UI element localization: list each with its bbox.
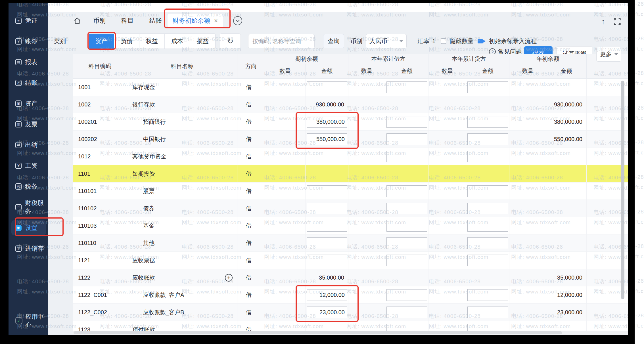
tab-币别[interactable]: 币别 — [93, 16, 106, 25]
year-begin-amount-value: 380,000.00 — [546, 119, 586, 125]
ytd-credit-amount-input[interactable] — [467, 289, 508, 301]
opening-amount-input[interactable] — [307, 185, 347, 197]
cell-name: 应收票据 — [127, 252, 237, 269]
sidebar-item-service[interactable]: ♡财税服务 — [9, 197, 48, 217]
opening-amount-input[interactable] — [307, 151, 347, 162]
query-button[interactable]: 查询 — [323, 34, 344, 48]
refresh-icon: ↻ — [227, 37, 234, 46]
ytd-debit-amount-input[interactable] — [386, 307, 427, 318]
divider — [609, 18, 609, 25]
app-center-label: 应用中心 — [26, 313, 48, 329]
cell-amount — [385, 269, 428, 286]
opening-amount-input[interactable] — [307, 237, 347, 249]
ytd-credit-amount-input[interactable] — [467, 133, 508, 145]
sidebar-item-settings[interactable]: 设置 — [9, 217, 48, 238]
sidebar-item-payroll[interactable]: ¥工资 — [9, 155, 48, 176]
ytd-credit-amount-input[interactable] — [467, 81, 508, 93]
cell-amount — [385, 79, 428, 96]
ytd-debit-amount-input[interactable] — [386, 116, 427, 128]
scroll-top-icon[interactable]: ↑ — [601, 18, 605, 26]
cell-name: 应收账款_客户A — [127, 286, 237, 303]
more-button[interactable]: 更多 — [596, 47, 621, 62]
search-input[interactable] — [248, 34, 315, 48]
ytd-debit-amount-input[interactable] — [386, 151, 427, 162]
cell-amount — [546, 79, 587, 96]
fullscreen-icon[interactable] — [613, 18, 621, 26]
sidebar-item-report[interactable]: ▤报表 — [9, 52, 48, 72]
home-icon[interactable] — [73, 17, 81, 25]
cell-code: 110110 — [73, 234, 127, 251]
sidebar-item-inventory[interactable]: ◫进销存 — [9, 238, 48, 259]
refresh-button[interactable]: ↻ — [220, 33, 241, 49]
cell-direction: 借 — [237, 131, 265, 148]
segment-资产[interactable]: 资产 — [89, 34, 114, 49]
ytd-credit-amount-input[interactable] — [467, 203, 508, 214]
cell-name: 中国银行 — [127, 131, 237, 148]
horizontal-scrollbar-thumb[interactable] — [74, 331, 562, 334]
opening-amount-input[interactable]: 23,000.00 — [307, 307, 347, 318]
tab-list-chevron-icon[interactable] — [233, 16, 242, 25]
opening-amount-input[interactable]: 12,000.00 — [307, 289, 347, 301]
tab-active[interactable]: 财务初始余额 × — [168, 14, 223, 28]
cell-amount — [306, 234, 348, 251]
ytd-debit-amount-input[interactable] — [386, 237, 427, 249]
sidebar-item-voucher[interactable]: ≡凭证 — [9, 10, 48, 31]
cell-amount: 35,000.00 — [306, 269, 348, 286]
cell-code: 1101 — [73, 165, 127, 182]
cell-amount — [466, 183, 509, 200]
cell-code: 1002 — [73, 96, 127, 113]
ytd-debit-amount-input[interactable] — [386, 203, 427, 214]
opening-amount-input[interactable] — [307, 255, 347, 266]
opening-amount-input[interactable] — [307, 220, 347, 232]
add-detail-icon[interactable]: + — [225, 274, 233, 282]
sidebar-item-invoice[interactable]: ▥发票 — [9, 114, 48, 135]
currency-select[interactable]: 人民币 — [366, 34, 407, 48]
cell-direction: 借 — [237, 304, 265, 321]
cell-amount: 380,000.00 — [306, 113, 348, 130]
ytd-credit-amount-input[interactable] — [467, 220, 508, 232]
ytd-credit-amount-input[interactable] — [467, 307, 508, 318]
ytd-debit-amount-input[interactable] — [386, 289, 427, 301]
segment-权益[interactable]: 权益 — [139, 34, 165, 49]
cell-qty — [265, 286, 306, 303]
video-icon[interactable] — [478, 39, 483, 43]
ytd-credit-amount-input[interactable] — [467, 237, 508, 249]
ytd-credit-amount-input[interactable] — [467, 116, 508, 128]
segment-成本[interactable]: 成本 — [165, 34, 190, 49]
flow-guide-link[interactable]: 初始余额录入流程 — [489, 33, 537, 49]
opening-amount-input[interactable]: 550,000.00 — [307, 133, 347, 145]
year-begin-amount-value: 23,000.00 — [546, 309, 586, 316]
ytd-debit-amount-input[interactable] — [386, 255, 427, 266]
cell-amount: 930,000.00 — [306, 96, 348, 113]
ytd-debit-amount-input[interactable] — [386, 133, 427, 145]
ytd-debit-amount-input[interactable] — [386, 185, 427, 197]
ytd-debit-amount-input[interactable] — [386, 220, 427, 232]
ytd-credit-amount-input[interactable] — [467, 185, 508, 197]
tab-结账[interactable]: 结账 — [149, 16, 162, 25]
app-center-button[interactable]: ✓ 应用中心 — [15, 313, 48, 329]
cell-amount — [385, 131, 428, 148]
cell-amount: 23,000.00 — [306, 304, 348, 321]
sidebar-item-closing[interactable]: ✓结账 — [9, 72, 48, 93]
hide-quantity-checkbox[interactable] — [441, 38, 446, 44]
sidebar-item-ledger[interactable]: ¥账簿 — [9, 31, 48, 52]
ytd-credit-amount-input[interactable] — [467, 255, 508, 266]
tab-close-icon[interactable]: × — [214, 17, 218, 24]
vertical-scrollbar-thumb[interactable] — [621, 81, 624, 299]
segment-损益[interactable]: 损益 — [190, 34, 215, 49]
opening-amount-input[interactable]: 380,000.00 — [307, 116, 347, 128]
opening-amount-input[interactable] — [307, 81, 347, 93]
sidebar-item-tax[interactable]: %税务 — [9, 176, 48, 197]
tab-科目[interactable]: 科目 — [121, 16, 134, 25]
sidebar-item-asset[interactable]: ▣资产 — [9, 93, 48, 114]
cell-direction: 借 — [237, 148, 265, 165]
opening-amount-value: 35,000.00 — [306, 274, 348, 281]
sidebar-item-cashier[interactable]: ⇄出纳 — [9, 135, 48, 155]
ytd-credit-amount-input[interactable] — [467, 151, 508, 162]
segment-负债[interactable]: 负债 — [114, 34, 139, 49]
opening-amount-input[interactable] — [307, 203, 347, 214]
cell-amount — [385, 252, 428, 269]
cell-qty — [265, 79, 306, 96]
ytd-debit-amount-input[interactable] — [386, 81, 427, 93]
col-header-amount: 金额 — [546, 64, 587, 78]
